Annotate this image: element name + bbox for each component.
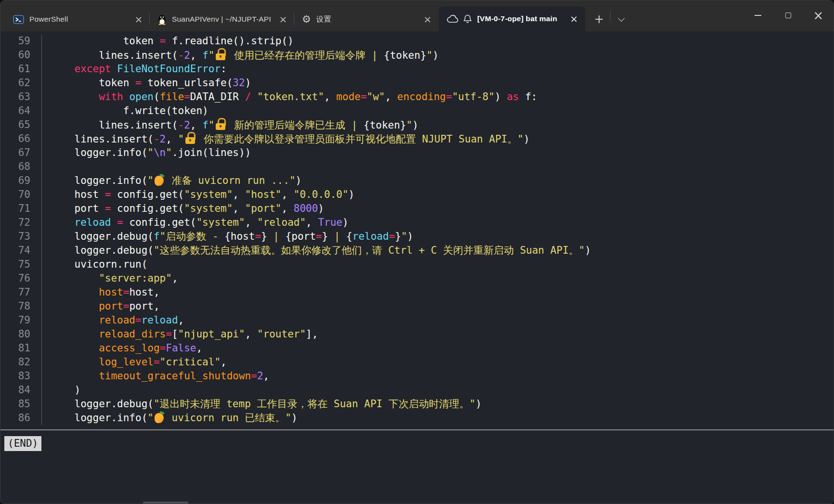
code-token: = — [135, 77, 142, 89]
new-tab-button[interactable]: + — [589, 7, 609, 31]
code-text: except FileNotFoundError: — [41, 62, 834, 76]
code-token: = — [123, 286, 130, 298]
code-token: ) — [585, 245, 591, 256]
code-token: lines.insert( — [50, 119, 178, 131]
powershell-icon — [13, 14, 24, 25]
code-text: host=host, — [41, 285, 834, 299]
code-text: logger.info("\n".join(lines)) — [41, 146, 834, 160]
code-text: logger.info(" 准备 uvicorn run ...") — [41, 174, 834, 188]
code-token: "router" — [257, 328, 306, 340]
code-line: 69 logger.info(" 准备 uvicorn run ...") — [0, 174, 834, 188]
mango-emoji-icon — [155, 411, 165, 423]
code-token: = — [135, 314, 142, 326]
titlebar: PowerShell×SuanAPIVenv | ~/NJUPT-API×⚙设置… — [0, 0, 834, 31]
code-token: encoding — [397, 91, 446, 103]
code-token: 2 — [184, 50, 190, 61]
code-text — [41, 160, 834, 174]
code-line: 64 f.write(token) — [0, 104, 834, 118]
code-token: access_log — [99, 342, 159, 354]
code-token — [50, 300, 99, 312]
code-token: True — [318, 217, 342, 228]
code-token: = — [316, 231, 322, 242]
code-token: FileNotFoundError — [117, 63, 221, 75]
tab-close-button[interactable]: × — [420, 12, 435, 26]
code-token: = — [255, 231, 261, 242]
tab-bar-separator — [610, 11, 611, 21]
code-token: , — [245, 328, 257, 340]
code-token: [ — [172, 328, 178, 340]
lock-emoji-icon — [185, 132, 196, 144]
code-line: 59 token = f.readline().strip() — [0, 34, 834, 48]
cloud-icon — [446, 14, 459, 24]
code-text: access_log=False, — [41, 341, 834, 355]
line-number: 69 — [0, 174, 30, 188]
code-token: reload — [352, 231, 389, 242]
code-token: logger.debug( — [50, 245, 154, 256]
code-token: 2 — [257, 370, 263, 382]
code-token: mode — [336, 91, 361, 103]
lock-emoji-icon — [215, 48, 227, 60]
code-token: } — [395, 231, 401, 242]
code-token: "system" — [196, 217, 245, 228]
code-token: file — [160, 91, 184, 103]
line-number: 67 — [0, 146, 30, 160]
window-controls: × — [743, 0, 834, 30]
code-line: 78 port=port, — [0, 299, 834, 313]
line-number: 59 — [0, 34, 30, 48]
code-token: "这些参数无法自动热重载。如果你修改了他们，请 Ctrl + C 关闭并重新启动… — [154, 245, 585, 256]
maximize-button[interactable] — [773, 0, 803, 30]
tab-suanapivenv[interactable]: SuanAPIVenv | ~/NJUPT-API× — [150, 7, 294, 31]
tab-vm-bat-main[interactable]: [VM-0-7-ope] bat main× — [439, 6, 585, 31]
code-text: port = config.get("system", "port", 8000… — [41, 202, 834, 216]
code-token: "0.0.0.0" — [294, 189, 349, 200]
code-token: , — [324, 91, 336, 103]
line-number: 82 — [0, 355, 30, 369]
taskbar-peek — [143, 502, 188, 504]
code-token: = — [251, 370, 257, 382]
code-token — [50, 63, 75, 75]
code-token: f — [202, 119, 208, 131]
tab-close-button[interactable]: × — [131, 12, 146, 26]
code-token: = — [389, 231, 395, 242]
tab-icon-wrap — [446, 14, 472, 24]
code-token: "system" — [184, 203, 233, 214]
code-token: token — [50, 35, 160, 47]
code-text: token = f.readline().strip() — [41, 34, 834, 48]
code-text: ) — [41, 383, 834, 397]
code-token: port — [50, 203, 105, 214]
close-window-button[interactable]: × — [803, 0, 834, 30]
code-token: 准备 uvicorn run ..." — [166, 175, 296, 186]
code-token: , — [190, 50, 202, 61]
code-token: | — [328, 231, 346, 242]
code-token: = — [446, 91, 452, 103]
line-number: 75 — [0, 258, 30, 271]
code-token: } — [322, 231, 328, 242]
code-token — [111, 63, 117, 75]
terminal-window: PowerShell×SuanAPIVenv | ~/NJUPT-API×⚙设置… — [0, 0, 834, 504]
terminal-content[interactable]: 59 token = f.readline().strip()60 lines.… — [0, 31, 834, 504]
code-token: } — [261, 231, 267, 242]
code-text: lines.insert(-2, f" 新的管理后端令牌已生成 | {token… — [41, 118, 834, 132]
code-line: 84 ) — [0, 383, 834, 397]
code-line: 73 logger.debug(f"启动参数 - {host=} | {port… — [0, 230, 834, 244]
code-token: logger.info( — [50, 412, 147, 424]
tab-settings[interactable]: ⚙设置× — [294, 7, 439, 31]
code-token: " — [427, 50, 433, 61]
code-token: - — [178, 119, 184, 131]
listing-bottom-border — [0, 429, 834, 430]
code-token: " — [147, 147, 154, 158]
code-token: reload_dirs — [99, 328, 166, 340]
code-token: 2 — [184, 119, 190, 131]
line-number: 85 — [0, 397, 30, 411]
minimize-button[interactable] — [743, 0, 773, 30]
tab-powershell[interactable]: PowerShell× — [5, 7, 150, 31]
code-token: reload — [75, 217, 111, 228]
line-number: 62 — [0, 76, 30, 90]
code-token: reload — [142, 314, 178, 326]
tab-close-button[interactable]: × — [567, 12, 581, 26]
code-token — [50, 356, 99, 368]
code-token: = — [105, 189, 111, 200]
code-token: 使用已经存在的管理后端令牌 | — [228, 50, 384, 61]
tab-close-button[interactable]: × — [276, 12, 290, 26]
tab-dropdown-button[interactable] — [612, 7, 632, 31]
